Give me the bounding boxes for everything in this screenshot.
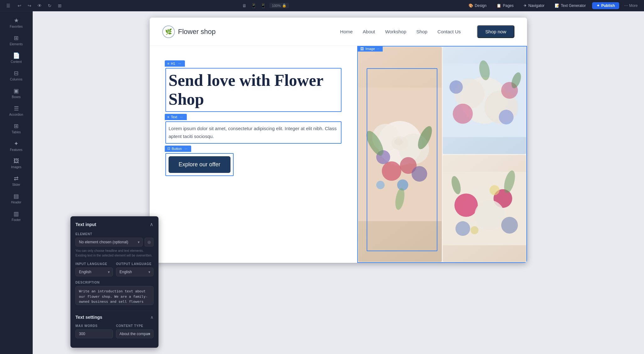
- zoom-value: 100%: [272, 4, 281, 8]
- max-words-input[interactable]: [75, 329, 113, 338]
- input-language-select[interactable]: English: [75, 268, 113, 276]
- site-hero: ≡ H1 ··· Send love with Flower Shop ≡ Te…: [150, 46, 527, 263]
- design-button[interactable]: 🎨 Design: [465, 2, 490, 9]
- publish-button[interactable]: ✦ Publish: [592, 2, 619, 9]
- panel-close-button[interactable]: ∧: [150, 221, 153, 227]
- h1-selected-block[interactable]: Send love with Flower Shop: [165, 68, 341, 112]
- element-note: You can only choose headline and text el…: [75, 248, 153, 258]
- columns-icon: ⊟: [14, 70, 19, 77]
- text-block-wrapper: ≡ Text ··· Lorem ipsum dolor sit amet, c…: [165, 121, 341, 144]
- preview-icon[interactable]: 👁: [35, 1, 44, 10]
- pages-icon: 📋: [497, 3, 501, 8]
- h1-more-button[interactable]: ···: [177, 61, 182, 66]
- sidebar-item-content[interactable]: 📄 Content: [3, 50, 30, 66]
- flower-main-selection: [367, 68, 438, 251]
- sidebar-item-elements[interactable]: ⊞ Elements: [3, 32, 30, 48]
- nav-shop[interactable]: Shop: [416, 29, 427, 34]
- redo-icon[interactable]: ↪: [25, 1, 34, 10]
- element-target-button[interactable]: ◎: [145, 238, 153, 246]
- site-nav-links: Home About Workshop Shop Contact Us Shop…: [340, 25, 514, 38]
- navigator-button[interactable]: ✈ Navigator: [520, 2, 548, 9]
- content-icon: 📄: [13, 52, 20, 59]
- publish-icon: ✦: [597, 3, 600, 8]
- pages-button[interactable]: 📋 Pages: [493, 2, 517, 9]
- desktop-icon[interactable]: 🖥: [240, 1, 249, 10]
- image-tag-icon: 🖼: [360, 47, 364, 51]
- sidebar-item-tables[interactable]: ⊞ Tables: [3, 120, 30, 136]
- text-settings-fields: MAX WORDS CONTENT TYPE About the company…: [75, 324, 153, 343]
- nav-contact[interactable]: Contact Us: [437, 29, 461, 34]
- content-type-select[interactable]: About the company: [116, 329, 153, 338]
- description-textarea[interactable]: [75, 286, 153, 305]
- top-toolbar: ☰ ↩ ↪ 👁 ↻ ⊞ 🖥 📱 📱 100% 🔒 🎨 Design 📋 Page…: [0, 0, 644, 11]
- hero-body-text: Lorem ipsum dolor sit amet, consectetur …: [169, 124, 338, 141]
- tablet-icon[interactable]: 📱: [249, 1, 258, 10]
- output-language-section: OUTPUT LANGUAGE English ▼: [116, 262, 153, 276]
- text-input-panel: Text input ∧ ELEMENT No element chosen (…: [70, 216, 158, 348]
- sidebar-item-boxes[interactable]: ▣ Boxes: [3, 85, 30, 101]
- toolbar-left: ☰: [4, 1, 13, 10]
- svg-point-22: [449, 80, 463, 94]
- canvas-area[interactable]: 🌿 Flower shop Home About Workshop Shop C…: [33, 11, 644, 354]
- output-language-select[interactable]: English: [116, 268, 153, 276]
- design-icon: 🎨: [469, 3, 473, 8]
- sidebar-item-slider[interactable]: ⇄ Slider: [3, 173, 30, 189]
- svg-point-35: [470, 226, 478, 234]
- features-icon: ✦: [14, 140, 19, 147]
- nav-home[interactable]: Home: [340, 29, 353, 34]
- flower-main: [358, 47, 442, 262]
- text-settings-header: Text settings ∧: [75, 315, 153, 320]
- text-selected-block[interactable]: Lorem ipsum dolor sit amet, consectetur …: [165, 121, 341, 144]
- text-settings-title: Text settings: [75, 315, 102, 320]
- text-more-button[interactable]: ···: [179, 114, 184, 119]
- element-select-wrap: No element chosen (optional) ▼: [75, 238, 143, 246]
- text-block-label: ≡ Text ···: [165, 114, 187, 120]
- max-words-section: MAX WORDS: [75, 324, 113, 338]
- hamburger-icon[interactable]: ☰: [4, 1, 13, 10]
- output-language-wrap: English ▼: [116, 268, 153, 276]
- sidebar-item-images[interactable]: 🖼 Images: [3, 155, 30, 171]
- refresh-icon[interactable]: ↻: [45, 1, 54, 10]
- svg-point-34: [489, 185, 499, 195]
- sidebar-item-footer[interactable]: ▥ Footer: [3, 208, 30, 224]
- element-select[interactable]: No element chosen (optional): [75, 238, 143, 246]
- grid-icon[interactable]: ⊞: [55, 1, 64, 10]
- svg-point-30: [455, 221, 470, 236]
- flowers-grid: [357, 46, 527, 263]
- hero-cta-button[interactable]: Explore our offer: [169, 156, 230, 173]
- button-more-button[interactable]: ···: [183, 146, 189, 151]
- favorites-icon: ★: [14, 17, 19, 24]
- navigator-icon: ✈: [524, 3, 527, 8]
- content-type-section: CONTENT TYPE About the company ▼: [116, 324, 153, 338]
- element-label: ELEMENT: [75, 232, 153, 236]
- text-settings-toggle[interactable]: ∧: [150, 315, 153, 320]
- undo-icon[interactable]: ↩: [15, 1, 24, 10]
- language-section: INPUT LANGUAGE English ▼ OUTPUT LANGUAGE…: [75, 262, 153, 281]
- zoom-indicator[interactable]: 100% 🔒: [269, 3, 289, 8]
- tables-icon: ⊞: [14, 123, 19, 130]
- text-tag-icon: ≡: [167, 115, 169, 119]
- image-more-button[interactable]: ···: [377, 47, 380, 51]
- nav-cta-button[interactable]: Shop now: [477, 25, 514, 38]
- text-generator-button[interactable]: 📝 Text Generator: [551, 2, 590, 9]
- description-section: DESCRIPTION: [75, 281, 153, 306]
- mobile-icon[interactable]: 📱: [259, 1, 268, 10]
- button-selected-block[interactable]: Explore our offer: [165, 153, 234, 176]
- text-gen-icon: 📝: [555, 3, 559, 8]
- sidebar-item-favorites[interactable]: ★ Favorites: [3, 14, 30, 31]
- image-block-label: 🖼 Image ···: [357, 46, 383, 52]
- element-section: ELEMENT No element chosen (optional) ▼ ◎…: [75, 232, 153, 258]
- sidebar-item-accordion[interactable]: ☰ Accordion: [3, 102, 30, 119]
- sidebar-item-columns[interactable]: ⊟ Columns: [3, 67, 30, 84]
- hero-heading: Send love with Flower Shop: [169, 71, 338, 109]
- element-row: No element chosen (optional) ▼ ◎: [75, 238, 153, 246]
- nav-workshop[interactable]: Workshop: [385, 29, 406, 34]
- logo-icon: 🌿: [162, 25, 175, 38]
- sidebar-item-header[interactable]: ▤ Header: [3, 190, 30, 207]
- more-button[interactable]: ⋯ More: [622, 2, 640, 9]
- history-controls: ↩ ↪ 👁 ↻ ⊞: [15, 1, 64, 10]
- website-preview: 🌿 Flower shop Home About Workshop Shop C…: [150, 18, 527, 263]
- sidebar-item-features[interactable]: ✦ Features: [3, 138, 30, 154]
- panel-divider: [75, 311, 153, 311]
- nav-about[interactable]: About: [363, 29, 375, 34]
